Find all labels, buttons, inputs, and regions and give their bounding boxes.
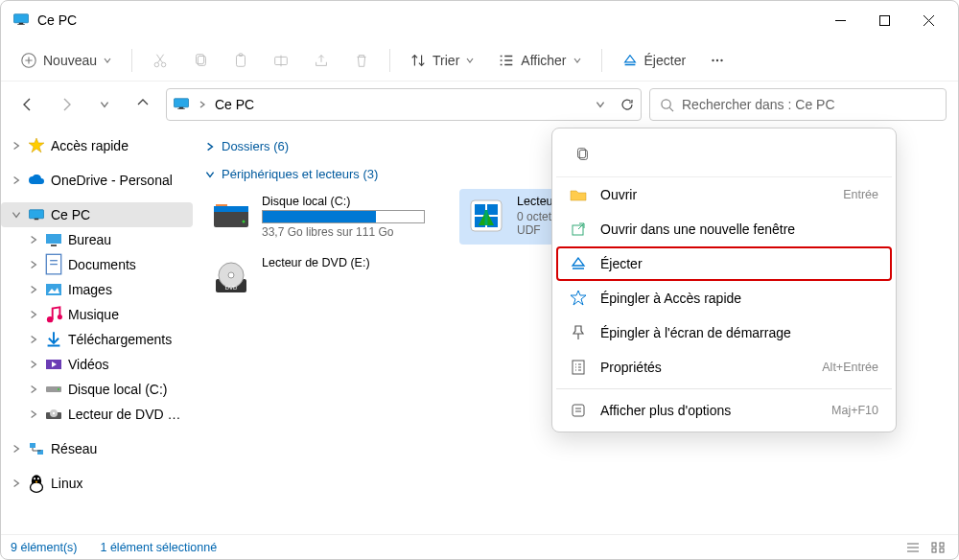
group-label: Périphériques et lecteurs (3): [222, 167, 378, 181]
svg-rect-33: [177, 108, 185, 109]
rename-button: [263, 46, 299, 75]
sidebar-item-label: Lecteur de DVD (D:) Windows 11: [68, 407, 185, 422]
dvd-drive-icon: DVD: [210, 256, 252, 298]
sidebar-item-label: Linux: [51, 476, 82, 491]
copy-button[interactable]: [566, 138, 598, 171]
device-dvd-e[interactable]: DVD Lecteur de DVD (E:): [204, 250, 454, 304]
cm-properties[interactable]: Propriétés Alt+Entrée: [556, 350, 892, 385]
sidebar-item-label: Ce PC: [51, 207, 90, 222]
svg-marker-36: [29, 138, 44, 152]
videos-icon: [45, 356, 62, 373]
cm-open[interactable]: Ouvrir Entrée: [556, 177, 892, 212]
sidebar-item-label: Accès rapide: [51, 138, 129, 153]
close-button[interactable]: [906, 1, 950, 39]
sidebar-item-dvd-d[interactable]: Lecteur de DVD (D:) Windows 11: [1, 402, 193, 427]
recent-button[interactable]: [89, 89, 120, 120]
sidebar-item-disk-c[interactable]: Disque local (C:): [1, 377, 193, 402]
svg-point-59: [34, 478, 35, 479]
nav-tree[interactable]: Accès rapide OneDrive - Personal Ce PC B…: [1, 128, 193, 534]
forward-button[interactable]: [51, 89, 82, 120]
cm-pin-quick[interactable]: Épingler à Accès rapide: [556, 281, 892, 315]
svg-point-28: [712, 58, 713, 60]
sidebar-item-images[interactable]: Images: [1, 277, 193, 302]
svg-rect-0: [14, 13, 29, 22]
sidebar-item-quick-access[interactable]: Accès rapide: [1, 133, 193, 158]
icons-view-button[interactable]: [927, 539, 948, 556]
cm-open-new-window[interactable]: Ouvrir dans une nouvelle fenêtre: [556, 212, 892, 246]
breadcrumb[interactable]: Ce PC: [215, 97, 254, 112]
maximize-button[interactable]: [862, 1, 906, 39]
tux-icon: [28, 475, 45, 492]
sidebar-item-music[interactable]: Musique: [1, 302, 193, 327]
new-label: Nouveau: [43, 53, 97, 68]
svg-point-30: [720, 58, 722, 60]
share-button: [303, 46, 339, 75]
refresh-icon[interactable]: [620, 97, 635, 112]
more-button[interactable]: [699, 46, 736, 75]
svg-rect-55: [30, 443, 35, 448]
svg-line-12: [157, 54, 163, 62]
sidebar-item-downloads[interactable]: Téléchargements: [1, 327, 193, 352]
sidebar-item-linux[interactable]: Linux: [1, 471, 193, 496]
star-icon: [28, 137, 45, 154]
up-button[interactable]: [128, 89, 158, 120]
svg-line-35: [669, 107, 673, 111]
separator: [131, 49, 132, 72]
drive-icon: [45, 381, 62, 398]
eject-icon: [570, 255, 587, 272]
separator: [556, 388, 892, 389]
sidebar-item-label: Téléchargements: [68, 332, 172, 347]
content-pane[interactable]: Dossiers (6) Périphériques et lecteurs (…: [193, 128, 958, 534]
sidebar-item-documents[interactable]: Documents: [1, 252, 193, 277]
svg-point-58: [31, 482, 43, 492]
eject-label: Éjecter: [644, 53, 687, 68]
details-view-button[interactable]: [902, 539, 924, 556]
device-subtitle: 33,7 Go libres sur 111 Go: [262, 225, 448, 239]
sidebar-item-network[interactable]: Réseau: [1, 436, 193, 461]
cm-pin-start[interactable]: Épingler à l'écran de démarrage: [556, 315, 892, 350]
view-button[interactable]: Afficher: [488, 46, 591, 75]
delete-button: [343, 46, 380, 75]
sidebar-item-onedrive[interactable]: OneDrive - Personal: [1, 168, 193, 193]
sidebar-item-videos[interactable]: Vidéos: [1, 352, 193, 377]
svg-rect-38: [35, 219, 39, 221]
svg-point-10: [154, 62, 159, 67]
device-name: Lecteur de DVD (E:): [262, 256, 448, 269]
documents-icon: [45, 256, 62, 273]
svg-point-54: [53, 412, 55, 414]
sidebar-item-desktop[interactable]: Bureau: [1, 227, 193, 252]
cm-label: Épingler à Accès rapide: [600, 291, 878, 306]
chevron-right-icon: [198, 100, 207, 109]
device-disk-c[interactable]: Disque local (C:) 33,7 Go libres sur 111…: [204, 189, 454, 245]
svg-rect-88: [573, 405, 584, 416]
svg-rect-95: [940, 543, 944, 547]
status-bar: 9 élément(s) 1 élément sélectionné: [1, 534, 958, 559]
back-button[interactable]: [12, 89, 43, 120]
eject-button[interactable]: Éjecter: [612, 46, 696, 75]
minimize-button[interactable]: [818, 1, 862, 39]
cm-label: Éjecter: [600, 256, 878, 271]
nav-row: Ce PC Rechercher dans : Ce PC: [1, 82, 958, 128]
chevron-down-icon[interactable]: [595, 99, 606, 110]
sidebar-item-this-pc[interactable]: Ce PC: [1, 202, 193, 227]
cut-button: [142, 46, 178, 75]
svg-marker-78: [573, 258, 584, 266]
sort-button[interactable]: Trier: [400, 46, 484, 75]
cm-more-options[interactable]: Afficher plus d'options Maj+F10: [556, 393, 892, 428]
cm-eject[interactable]: Éjecter: [556, 246, 892, 281]
svg-rect-77: [573, 225, 583, 235]
address-bar[interactable]: Ce PC: [166, 88, 642, 121]
desktop-icon: [45, 231, 62, 248]
svg-line-13: [156, 54, 162, 62]
images-icon: [45, 281, 62, 298]
search-field[interactable]: Rechercher dans : Ce PC: [649, 88, 947, 121]
sidebar-item-label: Réseau: [51, 441, 97, 456]
svg-rect-64: [216, 204, 227, 206]
app-icon: [12, 12, 30, 29]
new-button[interactable]: Nouveau: [11, 46, 122, 75]
usage-bar: [262, 210, 425, 223]
cm-label: Propriétés: [600, 360, 808, 375]
drive-icon: [210, 195, 252, 237]
svg-point-60: [37, 478, 39, 479]
pc-icon: [173, 97, 190, 113]
